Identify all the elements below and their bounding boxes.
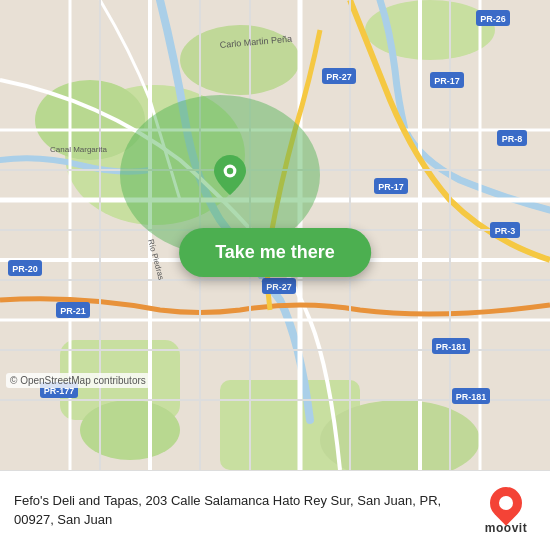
svg-text:PR-27: PR-27 bbox=[326, 72, 352, 82]
address-text: Fefo's Deli and Tapas, 203 Calle Salaman… bbox=[14, 492, 466, 528]
copyright-notice: © OpenStreetMap contributors bbox=[6, 373, 150, 388]
map-container: Carlo Martin Peña Río Piedras Canal Marg… bbox=[0, 0, 550, 470]
svg-text:PR-21: PR-21 bbox=[60, 306, 86, 316]
svg-text:PR-20: PR-20 bbox=[12, 264, 38, 274]
map-pin bbox=[210, 155, 250, 199]
svg-text:Canal Margarita: Canal Margarita bbox=[50, 145, 107, 154]
svg-text:PR-181: PR-181 bbox=[436, 342, 467, 352]
svg-point-6 bbox=[80, 400, 180, 460]
svg-text:PR-8: PR-8 bbox=[502, 134, 523, 144]
svg-text:PR-181: PR-181 bbox=[456, 392, 487, 402]
svg-text:PR-27: PR-27 bbox=[266, 282, 292, 292]
svg-point-57 bbox=[227, 168, 233, 174]
moovit-icon bbox=[483, 480, 528, 525]
svg-text:PR-17: PR-17 bbox=[378, 182, 404, 192]
svg-text:PR-3: PR-3 bbox=[495, 226, 516, 236]
info-bar: Fefo's Deli and Tapas, 203 Calle Salaman… bbox=[0, 470, 550, 550]
take-me-there-button[interactable]: Take me there bbox=[179, 228, 371, 277]
svg-text:PR-26: PR-26 bbox=[480, 14, 506, 24]
svg-text:PR-17: PR-17 bbox=[434, 76, 460, 86]
moovit-logo: moovit bbox=[476, 487, 536, 535]
